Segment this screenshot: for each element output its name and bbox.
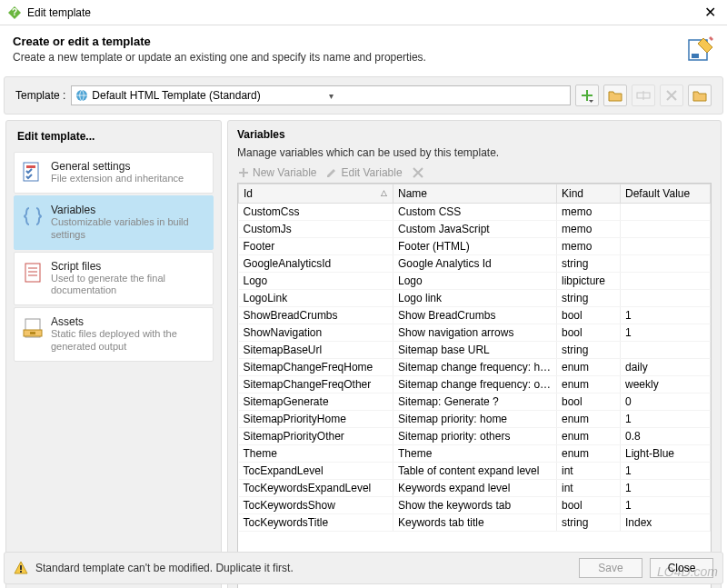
table-row[interactable]: CustomCssCustom CSSmemo (239, 204, 711, 221)
variables-toolbar: New Variable Edit Variable (237, 166, 712, 179)
cell-def: 1 (621, 497, 711, 514)
table-row[interactable]: FooterFooter (HTML)memo (239, 238, 711, 255)
nav-title: Script files (51, 260, 207, 273)
sidebar-item-variables[interactable]: Variables Customizable variables in buil… (14, 195, 214, 250)
cell-id: Footer (239, 238, 393, 255)
cell-name: Logo (393, 273, 557, 290)
delete-button (660, 85, 683, 106)
sort-asc-icon: △ (381, 188, 387, 197)
table-row[interactable]: SitemapBaseUrlSitemap base URLstring (239, 342, 711, 359)
cell-id: TocKeywordsShow (239, 497, 393, 514)
cell-kind: bool (557, 324, 621, 342)
cell-id: SitemapChangeFreqHome (239, 359, 393, 376)
table-row[interactable]: SitemapChangeFreqOtherSitemap change fre… (239, 376, 711, 394)
new-variable-button: New Variable (237, 166, 316, 179)
table-row[interactable]: TocKeywordsShowShow the keywords tabbool… (239, 497, 711, 514)
open-folder-button[interactable] (603, 85, 627, 106)
close-button-footer[interactable]: Close (650, 558, 713, 578)
cell-id: Theme (239, 445, 393, 463)
sidebar: Edit template... General settings File e… (5, 120, 222, 588)
cell-id: SitemapGenerate (239, 394, 393, 411)
cell-kind: enum (557, 428, 621, 445)
table-row[interactable]: TocExpandLevelTable of content expand le… (239, 463, 711, 480)
cell-id: ShowNavigation (239, 324, 393, 342)
svg-rect-16 (30, 332, 35, 334)
svg-rect-19 (20, 571, 22, 573)
cell-kind: int (557, 463, 621, 480)
svg-rect-10 (25, 264, 40, 282)
cell-name: Sitemap change frequency: other (393, 376, 557, 394)
cell-kind: enum (557, 359, 621, 376)
col-id[interactable]: Id△ (239, 184, 393, 204)
cell-def (621, 290, 711, 307)
sidebar-item-general[interactable]: General settings File extension and inhe… (14, 152, 214, 194)
header-title: Create or edit a template (13, 35, 678, 48)
cell-id: TocKeywordsExpandLevel (239, 480, 393, 497)
cell-name: Keywords expand level (393, 480, 557, 497)
cell-id: TocKeywordsTitle (239, 514, 393, 532)
delete-variable-button (412, 166, 424, 179)
cell-name: Custom JavaScript (393, 221, 557, 238)
cell-kind: string (557, 342, 621, 359)
cell-def: Light-Blue (621, 445, 711, 463)
cell-id: ShowBreadCrumbs (239, 307, 393, 324)
cell-kind: enum (557, 411, 621, 428)
cell-def: 0 (621, 394, 711, 411)
cell-name: Show BreadCrumbs (393, 307, 557, 324)
cell-name: Table of content expand level (393, 463, 557, 480)
sidebar-item-assets[interactable]: Assets Static files deployed with the ge… (14, 307, 214, 362)
cell-name: Theme (393, 445, 557, 463)
table-row[interactable]: SitemapPriorityOtherSitemap priority: ot… (239, 428, 711, 445)
header: Create or edit a template Create a new t… (0, 25, 727, 76)
table-row[interactable]: LogoLogolibpicture (239, 273, 711, 290)
table-row[interactable]: CustomJsCustom JavaScriptmemo (239, 221, 711, 238)
col-kind[interactable]: Kind (557, 184, 621, 204)
cell-def (621, 221, 711, 238)
footer-message: Standard template can't be modified. Dup… (35, 562, 572, 574)
cell-name: Google Analytics Id (393, 255, 557, 273)
col-name[interactable]: Name (393, 184, 557, 204)
table-row[interactable]: SitemapChangeFreqHomeSitemap change freq… (239, 359, 711, 376)
sidebar-item-scripts[interactable]: Script files Used to generate the final … (14, 252, 214, 306)
template-dropdown[interactable]: Default HTML Template (Standard) ▾ (71, 85, 571, 105)
table-row[interactable]: SitemapPriorityHomeSitemap priority: hom… (239, 411, 711, 428)
cell-kind: memo (557, 238, 621, 255)
nav-sub: Customizable variables in build settings (51, 216, 207, 242)
cell-def: 1 (621, 324, 711, 342)
content-panel: Variables Manage variables which can be … (227, 120, 722, 588)
rename-button (632, 85, 655, 106)
cell-id: LogoLink (239, 290, 393, 307)
table-row[interactable]: SitemapGenerateSitemap: Generate ?bool0 (239, 394, 711, 411)
template-toolbar: Template : Default HTML Template (Standa… (4, 76, 723, 115)
svg-rect-18 (20, 565, 22, 570)
cell-id: SitemapPriorityOther (239, 428, 393, 445)
cell-id: SitemapChangeFreqOther (239, 376, 393, 394)
svg-marker-5 (589, 100, 593, 103)
table-row[interactable]: ShowBreadCrumbsShow BreadCrumbsbool1 (239, 307, 711, 324)
cell-def (621, 342, 711, 359)
save-button: Save (579, 558, 642, 578)
settings-icon (20, 160, 45, 185)
window-title: Edit template (27, 6, 701, 19)
cell-kind: bool (557, 394, 621, 411)
cell-kind: bool (557, 497, 621, 514)
cell-def: 0.8 (621, 428, 711, 445)
plus-icon (237, 166, 250, 179)
sidebar-title: Edit template... (17, 130, 214, 143)
cell-id: CustomCss (239, 204, 393, 221)
warning-icon (14, 561, 28, 575)
table-row[interactable]: ThemeThemeenumLight-Blue (239, 445, 711, 463)
col-default[interactable]: Default Value (621, 184, 711, 204)
cell-name: Sitemap base URL (393, 342, 557, 359)
table-row[interactable]: GoogleAnalyticsIdGoogle Analytics Idstri… (239, 255, 711, 273)
table-row[interactable]: ShowNavigationShow navigation arrowsbool… (239, 324, 711, 342)
cell-kind: string (557, 514, 621, 532)
add-template-button[interactable] (575, 85, 599, 106)
table-row[interactable]: LogoLinkLogo linkstring (239, 290, 711, 307)
table-row[interactable]: TocKeywordsTitleKeywords tab titlestring… (239, 514, 711, 532)
table-row[interactable]: TocKeywordsExpandLevelKeywords expand le… (239, 480, 711, 497)
browse-button[interactable] (688, 85, 712, 106)
cell-name: Sitemap priority: others (393, 428, 557, 445)
close-button[interactable]: ✕ (701, 4, 720, 21)
variables-table[interactable]: Id△ Name Kind Default Value CustomCssCus… (237, 183, 712, 588)
